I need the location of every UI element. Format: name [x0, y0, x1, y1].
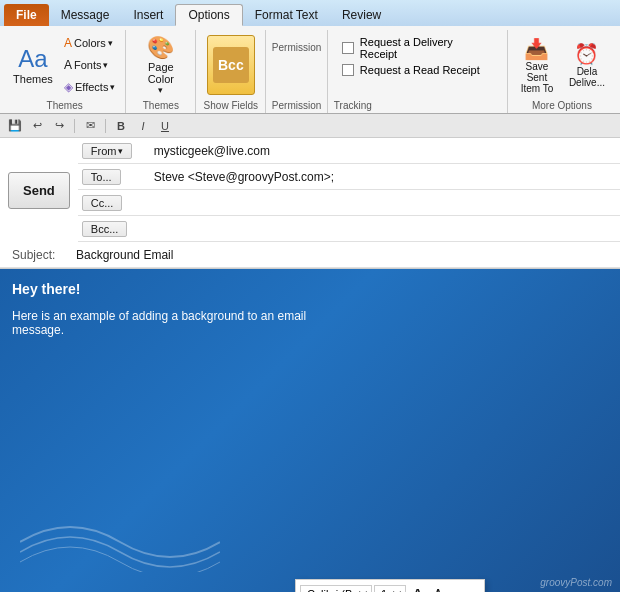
cc-label: Cc... — [78, 193, 150, 213]
fonts-button[interactable]: A Fonts ▾ — [59, 55, 120, 75]
bcc-button[interactable]: Bcc... — [82, 221, 128, 237]
page-color-buttons: 🎨 Page Color ▾ — [137, 32, 185, 98]
from-label: From ▾ — [78, 141, 150, 161]
font-family-select[interactable]: Calibri (B — [300, 585, 372, 593]
bcc-field-label: Bcc... — [78, 219, 150, 239]
page-color-icon: 🎨 — [147, 35, 174, 61]
app-container: File Message Insert Options Format Text … — [0, 0, 620, 592]
bcc-button[interactable]: Bcc — [207, 35, 255, 95]
delay-icon: ⏰ — [574, 42, 599, 66]
tab-options[interactable]: Options — [175, 4, 242, 26]
page-color-group-label: Themes — [143, 98, 179, 111]
page-color-label: Page Color — [138, 61, 184, 85]
email-body[interactable]: Hey there! Here is an example of adding … — [0, 269, 620, 592]
themes-sub-buttons: A Colors ▾ A Fonts ▾ ◈ Effects ▾ — [59, 33, 120, 97]
ribbon-group-more-options: 📥 Save SentItem To ⏰ DelaDelive... More … — [508, 30, 616, 113]
save-quick-btn[interactable]: 💾 — [6, 117, 24, 135]
delay-delivery-button[interactable]: ⏰ DelaDelive... — [563, 35, 611, 95]
tracking-options: Request a Delivery Receipt Request a Rea… — [334, 32, 501, 80]
to-value[interactable]: Steve <Steve@groovyPost.com>; — [150, 168, 620, 186]
fields-column: From ▾ mysticgeek@live.com To... Steve <… — [78, 138, 620, 242]
cc-field: Cc... — [78, 190, 620, 216]
send-button[interactable]: Send — [8, 172, 70, 209]
qa-separator — [74, 119, 75, 133]
tab-format-text[interactable]: Format Text — [243, 4, 330, 26]
colors-icon: A — [64, 36, 72, 50]
ribbon-group-tracking: Request a Delivery Receipt Request a Rea… — [328, 30, 508, 113]
show-fields-buttons: Bcc — [207, 32, 255, 98]
float-toolbar: Calibri (B 11 A A ≡ ≡ B I U ≡ A ▾ — [295, 579, 485, 592]
tab-message[interactable]: Message — [49, 4, 122, 26]
list-btn2[interactable]: ≡ — [467, 585, 483, 593]
bcc-value[interactable] — [150, 227, 620, 231]
themes-icon: Aa — [18, 45, 47, 73]
ribbon-group-permission: Permission Permission — [266, 30, 328, 113]
ribbon-group-show-fields: Bcc Show Fields — [196, 30, 266, 113]
from-button[interactable]: From ▾ — [82, 143, 133, 159]
chevron-down-icon: ▾ — [108, 38, 113, 48]
delay-label: DelaDelive... — [569, 66, 605, 88]
to-field: To... Steve <Steve@groovyPost.com>; — [78, 164, 620, 190]
underline-quick-btn[interactable]: U — [156, 117, 174, 135]
font-size-select[interactable]: 11 — [374, 585, 406, 593]
undo-btn[interactable]: ↩ — [28, 117, 46, 135]
page-color-arrow: ▾ — [158, 85, 163, 95]
ribbon-tabs: File Message Insert Options Format Text … — [0, 0, 620, 26]
colors-button[interactable]: A Colors ▾ — [59, 33, 120, 53]
themes-label: Themes — [13, 73, 53, 85]
page-color-button[interactable]: 🎨 Page Color ▾ — [137, 35, 185, 95]
to-button[interactable]: To... — [82, 169, 121, 185]
list-btn[interactable]: ≡ — [449, 585, 465, 593]
send-column: Send — [0, 138, 78, 242]
cc-value[interactable] — [150, 201, 620, 205]
ribbon-group-themes: Aa Themes A Colors ▾ A Fonts ▾ ◈ — [4, 30, 126, 113]
effects-icon: ◈ — [64, 80, 73, 94]
message-form: Send From ▾ mysticgeek@live.com To... — [0, 138, 620, 269]
effects-button[interactable]: ◈ Effects ▾ — [59, 77, 120, 97]
chevron-down-icon2: ▾ — [103, 60, 108, 70]
wave-decoration — [20, 512, 220, 572]
permission-placeholder: Permission — [272, 32, 321, 53]
more-options-buttons: 📥 Save SentItem To ⏰ DelaDelive... — [513, 32, 611, 98]
delivery-receipt-item[interactable]: Request a Delivery Receipt — [342, 36, 493, 60]
read-receipt-label: Request a Read Receipt — [360, 64, 480, 76]
read-receipt-checkbox[interactable] — [342, 64, 354, 76]
bcc-field: Bcc... — [78, 216, 620, 242]
message-form-inner: Send From ▾ mysticgeek@live.com To... — [0, 138, 620, 242]
bold-quick-btn[interactable]: B — [112, 117, 130, 135]
themes-button[interactable]: Aa Themes — [9, 35, 57, 95]
from-value[interactable]: mysticgeek@live.com — [150, 142, 620, 160]
save-sent-label: Save SentItem To — [514, 61, 560, 94]
delivery-receipt-checkbox[interactable] — [342, 42, 354, 54]
ribbon: Aa Themes A Colors ▾ A Fonts ▾ ◈ — [0, 26, 620, 114]
show-fields-label: Show Fields — [204, 98, 258, 111]
tab-insert[interactable]: Insert — [121, 4, 175, 26]
read-receipt-item[interactable]: Request a Read Receipt — [342, 64, 493, 76]
qa-separator2 — [105, 119, 106, 133]
font-grow-btn[interactable]: A — [408, 583, 427, 592]
email-body-text: Here is an example of adding a backgroun… — [12, 309, 312, 337]
save-sent-icon: 📥 — [524, 37, 549, 61]
cc-button[interactable]: Cc... — [82, 195, 123, 211]
delivery-receipt-label: Request a Delivery Receipt — [360, 36, 493, 60]
watermark: groovyPost.com — [540, 577, 612, 588]
tracking-label: Tracking — [334, 98, 372, 111]
email-quick-btn[interactable]: ✉ — [81, 117, 99, 135]
from-arrow: ▾ — [118, 146, 123, 156]
bcc-icon: Bcc — [213, 47, 249, 83]
more-options-label: More Options — [532, 98, 592, 111]
subject-label: Subject: — [0, 248, 72, 262]
save-sent-button[interactable]: 📥 Save SentItem To — [513, 35, 561, 95]
font-shrink-btn[interactable]: A — [429, 585, 446, 592]
email-greeting: Hey there! — [12, 281, 608, 297]
from-field: From ▾ mysticgeek@live.com — [78, 138, 620, 164]
to-label: To... — [78, 167, 150, 187]
subject-value[interactable]: Background Email — [72, 246, 620, 264]
italic-quick-btn[interactable]: I — [134, 117, 152, 135]
quick-access-bar: 💾 ↩ ↪ ✉ B I U — [0, 114, 620, 138]
tab-review[interactable]: Review — [330, 4, 393, 26]
tab-file[interactable]: File — [4, 4, 49, 26]
redo-btn[interactable]: ↪ — [50, 117, 68, 135]
ft-row-1: Calibri (B 11 A A ≡ ≡ — [296, 580, 484, 592]
content-area: Hey there! Here is an example of adding … — [0, 269, 620, 592]
